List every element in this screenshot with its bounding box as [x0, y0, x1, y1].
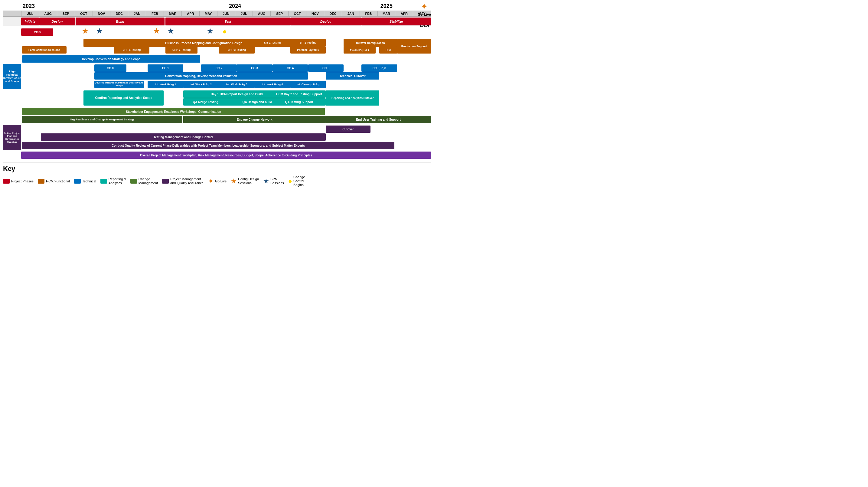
bar-cc2: CC 2: [201, 64, 237, 72]
bar-familiarization: Familiarization Sessions: [22, 46, 66, 54]
key-item-config-sessions: ★ Config DesignSessions: [231, 177, 259, 185]
bar-cc3: CC 3: [237, 64, 273, 72]
bar-crp3: CRP 3 Testing: [219, 46, 255, 54]
month-dec23: DEC: [111, 11, 128, 16]
change-mgmt-row: Stakeholder Engagement; Readiness Worksh…: [3, 108, 431, 124]
bar-cutover: Cutover: [326, 125, 370, 133]
key-label-config-sessions: Config DesignSessions: [238, 177, 259, 185]
month-nov24: NOV: [306, 11, 324, 16]
bar-crp2: CRP 2 Testing: [165, 46, 197, 54]
phase-test: Test: [165, 18, 290, 25]
plan-stars-row: Plan ★ ★ ★ ★ ★ ●: [3, 26, 431, 38]
key-label-reporting: Reporting &Analytics: [108, 177, 126, 185]
bar-technical-cutover: Technical Cutover: [326, 72, 379, 80]
key-item-project-phases: Project Phases: [3, 179, 34, 184]
month-jul23: JUL: [22, 11, 39, 16]
month-sep23: SEP: [57, 11, 75, 16]
month-nov23: NOV: [93, 11, 111, 16]
star-feb24-orange: ★: [153, 27, 160, 35]
key-swatch-technical: [74, 179, 81, 184]
key-item-reporting: Reporting &Analytics: [100, 177, 126, 185]
month-aug23: AUG: [39, 11, 57, 16]
phase-initiate: Initiate: [21, 18, 39, 25]
key-swatch-change-mgmt: [130, 179, 137, 184]
circle-jun24-yellow: ●: [223, 28, 227, 35]
key-item-hcm: HCM/Functional: [38, 179, 70, 184]
key-item-technical: Technical: [74, 179, 96, 184]
bar-int-work-pckg2: Int. Work Pckg 2: [183, 81, 219, 88]
reporting-row: Confirm Reporting and Analytics Scope Da…: [3, 90, 431, 107]
bar-testing-mgmt: Testing Management and Change Control: [41, 133, 326, 141]
chart-container: 2023 2024 2025 ✦ Go Live(April2025) JUL …: [0, 0, 434, 189]
bar-cc678: CC 6, 7, 8: [362, 64, 397, 72]
month-jan24: JAN: [128, 11, 146, 16]
bar-production-support: Production Support: [397, 39, 431, 54]
key-items: Project Phases HCM/Functional Technical …: [3, 175, 431, 187]
key-item-go-live: ✦ Go Live: [208, 177, 226, 185]
star-mar24-blue: ★: [167, 27, 174, 35]
bar-crp1: CRP 1 Testing: [114, 46, 149, 54]
month-mar24: MAR: [164, 11, 182, 16]
bar-cc5: CC 5: [308, 64, 344, 72]
project-mgmt-row: Define Project Plan and Governance Struc…: [3, 125, 431, 150]
bar-overall-pm: Overall Project Management: Workplan, Ri…: [21, 152, 431, 159]
key-label-bpm-sessions: BPMSessions: [270, 177, 284, 185]
bar-hcm-day2: HCM Day 2 and Testing Support: [273, 90, 326, 98]
key-swatch-pm-qa: [162, 179, 169, 184]
key-label-change-control: ChangeControlBegins: [293, 175, 305, 187]
bar-parallel-payroll2: Parallel Payroll 2: [344, 46, 376, 54]
hcm-row1: Business Process Mapping and Configurati…: [3, 38, 431, 54]
key-section: Key Project Phases HCM/Functional Techni…: [3, 162, 431, 187]
bar-confirm-reporting: Confirm Reporting and Analytics Scope: [84, 90, 164, 105]
bar-end-user-training: End User Training and Support: [326, 116, 431, 123]
bar-stakeholder-engagement: Stakeholder Engagement; Readiness Worksh…: [22, 108, 325, 115]
bar-engage-change-network: Engage Change Network: [183, 116, 326, 123]
key-label-go-live: Go Live: [215, 179, 226, 183]
star-may24-blue: ★: [207, 27, 214, 35]
bar-int-work-pckg3: Int. Work Pckg 3: [219, 81, 255, 88]
month-apr25: APR: [395, 11, 413, 16]
month-feb24: FEB: [146, 11, 164, 16]
key-label-hcm: HCM/Functional: [46, 179, 70, 183]
label-define-project: Define Project Plan and Governance Struc…: [3, 125, 21, 150]
bar-int-work-pckg1: Int. Work Pckg 1: [148, 81, 183, 88]
bar-qa-merge: QA Merge Testing: [183, 98, 228, 105]
bar-conversion-mapping: Conversion Mapping, Development and Vali…: [94, 72, 308, 80]
plan-bar: Plan: [21, 28, 53, 36]
label-align-technical: Align Technical Infrastructure and Scope: [3, 64, 21, 89]
phase-deploy: Deploy: [290, 18, 362, 25]
bar-pp3: PP3: [379, 46, 397, 54]
phase-build: Build: [75, 18, 165, 25]
key-label-pm-qa: Project Managementand Quality Assurance: [170, 177, 204, 185]
month-dec24: DEC: [324, 11, 342, 16]
bar-cutover-config: Cutover Configuration: [344, 39, 397, 47]
key-swatch-project-phases: [3, 179, 10, 184]
technical-row: Align Technical Infrastructure and Scope…: [3, 64, 431, 89]
bar-cc0: CC 0: [94, 64, 126, 72]
month-jul24: JUL: [235, 11, 253, 16]
key-label-technical: Technical: [82, 179, 96, 183]
key-icon-config-sessions: ★: [231, 177, 237, 185]
key-label-project-phases: Project Phases: [11, 179, 34, 183]
month-mar25: MAR: [378, 11, 396, 16]
key-item-pm-qa: Project Managementand Quality Assurance: [162, 177, 204, 185]
star-nov23-blue: ★: [96, 27, 103, 35]
bar-int-work-pckg4: Int. Work Pckg 4: [255, 81, 290, 88]
phase-design: Design: [39, 18, 75, 25]
month-aug24: AUG: [253, 11, 271, 16]
key-swatch-hcm: [38, 179, 44, 184]
bar-parallel-payroll1: Parallel Payroll 1: [290, 46, 326, 54]
overall-pm-row: Overall Project Management: Workplan, Ri…: [3, 151, 431, 159]
month-oct23: OCT: [75, 11, 93, 16]
bar-develop-integration: Develop Integration/Interface Strategy a…: [94, 81, 144, 88]
key-title: Key: [3, 165, 431, 173]
bar-develop-conversion: Develop Conversion Strategy and Scope: [22, 55, 200, 63]
key-label-change-mgmt: ChangeManagement: [138, 177, 158, 185]
conversion-strategy-row: Develop Conversion Strategy and Scope: [3, 55, 431, 63]
month-oct24: OCT: [288, 11, 306, 16]
year-2024-label: 2024: [128, 3, 342, 9]
key-icon-go-live: ✦: [208, 177, 214, 185]
bar-org-readiness: Org Readiness and Change Management Stra…: [22, 116, 182, 123]
phase-stabilize: Stabilize: [362, 18, 431, 25]
month-jun24: JUN: [217, 11, 235, 16]
